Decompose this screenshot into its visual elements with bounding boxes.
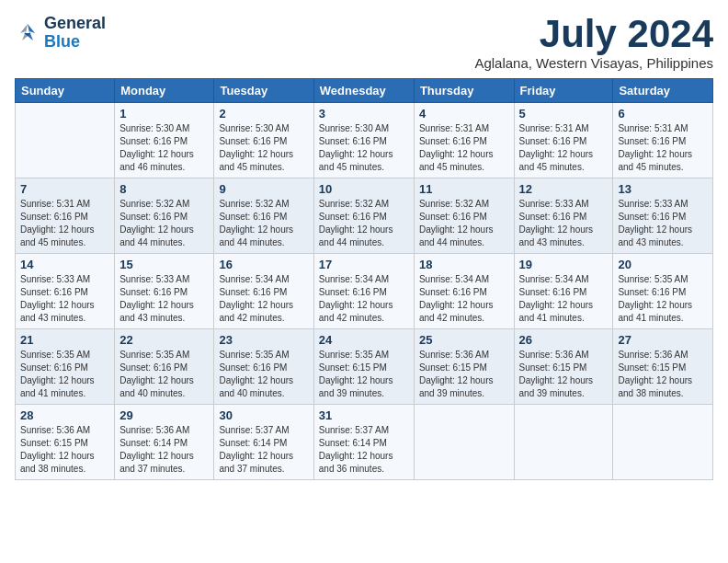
day-info: Sunrise: 5:35 AM Sunset: 6:16 PM Dayligh…: [219, 349, 308, 400]
day-number: 11: [419, 182, 509, 196]
day-info: Sunrise: 5:31 AM Sunset: 6:16 PM Dayligh…: [20, 198, 109, 249]
calendar-cell: 23Sunrise: 5:35 AM Sunset: 6:16 PM Dayli…: [214, 329, 313, 405]
day-number: 19: [519, 258, 609, 271]
calendar-cell: 9Sunrise: 5:32 AM Sunset: 6:16 PM Daylig…: [214, 178, 313, 254]
calendar-cell: 15Sunrise: 5:33 AM Sunset: 6:16 PM Dayli…: [115, 254, 214, 329]
calendar-cell: 2Sunrise: 5:30 AM Sunset: 6:16 PM Daylig…: [214, 103, 313, 178]
day-number: 12: [519, 182, 609, 196]
day-info: Sunrise: 5:37 AM Sunset: 6:14 PM Dayligh…: [319, 424, 409, 476]
day-number: 8: [119, 182, 209, 196]
day-info: Sunrise: 5:32 AM Sunset: 6:16 PM Dayligh…: [119, 198, 209, 249]
calendar-cell: 21Sunrise: 5:35 AM Sunset: 6:16 PM Dayli…: [16, 329, 115, 405]
day-number: 16: [219, 258, 308, 271]
day-number: 3: [319, 107, 409, 121]
calendar-cell: [16, 103, 115, 178]
day-number: 25: [419, 333, 509, 347]
day-number: 23: [219, 333, 308, 347]
day-number: 30: [219, 408, 308, 422]
calendar-week-row: 1Sunrise: 5:30 AM Sunset: 6:16 PM Daylig…: [16, 103, 713, 178]
calendar-cell: 4Sunrise: 5:31 AM Sunset: 6:16 PM Daylig…: [414, 103, 514, 178]
day-number: 29: [119, 408, 209, 422]
calendar-day-header: Tuesday: [214, 79, 313, 103]
calendar-cell: 20Sunrise: 5:35 AM Sunset: 6:16 PM Dayli…: [613, 254, 713, 329]
calendar-cell: 29Sunrise: 5:36 AM Sunset: 6:14 PM Dayli…: [115, 405, 214, 480]
calendar-day-header: Sunday: [16, 79, 115, 103]
calendar-cell: 10Sunrise: 5:32 AM Sunset: 6:16 PM Dayli…: [313, 178, 414, 254]
calendar-cell: 26Sunrise: 5:36 AM Sunset: 6:15 PM Dayli…: [514, 329, 613, 405]
calendar-cell: 24Sunrise: 5:35 AM Sunset: 6:15 PM Dayli…: [313, 329, 414, 405]
calendar-week-row: 14Sunrise: 5:33 AM Sunset: 6:16 PM Dayli…: [16, 254, 713, 329]
day-info: Sunrise: 5:33 AM Sunset: 6:16 PM Dayligh…: [20, 273, 109, 325]
day-number: 26: [519, 333, 609, 347]
day-number: 5: [519, 107, 609, 121]
day-info: Sunrise: 5:31 AM Sunset: 6:16 PM Dayligh…: [419, 122, 509, 174]
day-info: Sunrise: 5:34 AM Sunset: 6:16 PM Dayligh…: [219, 273, 308, 325]
day-number: 15: [119, 258, 209, 271]
calendar-cell: [613, 405, 713, 480]
calendar-cell: 22Sunrise: 5:35 AM Sunset: 6:16 PM Dayli…: [115, 329, 214, 405]
day-info: Sunrise: 5:33 AM Sunset: 6:16 PM Dayligh…: [119, 273, 209, 325]
calendar-cell: 8Sunrise: 5:32 AM Sunset: 6:16 PM Daylig…: [115, 178, 214, 254]
calendar-cell: 14Sunrise: 5:33 AM Sunset: 6:16 PM Dayli…: [16, 254, 115, 329]
day-number: 22: [119, 333, 209, 347]
day-number: 6: [618, 107, 708, 121]
page-header: General Blue July 2024 Aglalana, Western…: [15, 15, 713, 71]
calendar-cell: 6Sunrise: 5:31 AM Sunset: 6:16 PM Daylig…: [613, 103, 713, 178]
day-number: 20: [618, 258, 708, 271]
day-info: Sunrise: 5:32 AM Sunset: 6:16 PM Dayligh…: [319, 198, 409, 249]
calendar-cell: 17Sunrise: 5:34 AM Sunset: 6:16 PM Dayli…: [313, 254, 414, 329]
day-number: 4: [419, 107, 509, 121]
calendar-day-header: Monday: [115, 79, 214, 103]
day-info: Sunrise: 5:36 AM Sunset: 6:15 PM Dayligh…: [419, 349, 509, 400]
calendar-body: 1Sunrise: 5:30 AM Sunset: 6:16 PM Daylig…: [16, 103, 713, 480]
day-number: 27: [618, 333, 708, 347]
calendar-cell: 31Sunrise: 5:37 AM Sunset: 6:14 PM Dayli…: [313, 405, 414, 480]
calendar-day-header: Thursday: [414, 79, 514, 103]
month-title: July 2024: [474, 15, 713, 53]
day-number: 14: [20, 258, 109, 271]
calendar-week-row: 21Sunrise: 5:35 AM Sunset: 6:16 PM Dayli…: [16, 329, 713, 405]
calendar-cell: 12Sunrise: 5:33 AM Sunset: 6:16 PM Dayli…: [514, 178, 613, 254]
day-info: Sunrise: 5:34 AM Sunset: 6:16 PM Dayligh…: [419, 273, 509, 325]
day-info: Sunrise: 5:36 AM Sunset: 6:15 PM Dayligh…: [618, 349, 708, 400]
calendar-day-header: Saturday: [613, 79, 713, 103]
calendar-cell: 19Sunrise: 5:34 AM Sunset: 6:16 PM Dayli…: [514, 254, 613, 329]
day-info: Sunrise: 5:32 AM Sunset: 6:16 PM Dayligh…: [219, 198, 308, 249]
calendar-day-header: Wednesday: [313, 79, 414, 103]
day-number: 21: [20, 333, 109, 347]
day-info: Sunrise: 5:32 AM Sunset: 6:16 PM Dayligh…: [419, 198, 509, 249]
day-info: Sunrise: 5:30 AM Sunset: 6:16 PM Dayligh…: [219, 122, 308, 174]
day-info: Sunrise: 5:34 AM Sunset: 6:16 PM Dayligh…: [319, 273, 409, 325]
calendar-day-header: Friday: [514, 79, 613, 103]
calendar-table: SundayMondayTuesdayWednesdayThursdayFrid…: [15, 78, 713, 480]
logo-line1: General: [44, 15, 106, 33]
day-info: Sunrise: 5:34 AM Sunset: 6:16 PM Dayligh…: [519, 273, 609, 325]
calendar-cell: 1Sunrise: 5:30 AM Sunset: 6:16 PM Daylig…: [115, 103, 214, 178]
calendar-cell: 28Sunrise: 5:36 AM Sunset: 6:15 PM Dayli…: [16, 405, 115, 480]
day-info: Sunrise: 5:33 AM Sunset: 6:16 PM Dayligh…: [519, 198, 609, 249]
day-info: Sunrise: 5:35 AM Sunset: 6:16 PM Dayligh…: [20, 349, 109, 400]
day-info: Sunrise: 5:31 AM Sunset: 6:16 PM Dayligh…: [519, 122, 609, 174]
calendar-cell: 11Sunrise: 5:32 AM Sunset: 6:16 PM Dayli…: [414, 178, 514, 254]
title-block: July 2024 Aglalana, Western Visayas, Phi…: [474, 15, 713, 71]
day-number: 9: [219, 182, 308, 196]
calendar-cell: 13Sunrise: 5:33 AM Sunset: 6:16 PM Dayli…: [613, 178, 713, 254]
calendar-cell: 27Sunrise: 5:36 AM Sunset: 6:15 PM Dayli…: [613, 329, 713, 405]
calendar-cell: 7Sunrise: 5:31 AM Sunset: 6:16 PM Daylig…: [16, 178, 115, 254]
logo: General Blue: [15, 15, 106, 52]
day-info: Sunrise: 5:37 AM Sunset: 6:14 PM Dayligh…: [219, 424, 308, 476]
day-info: Sunrise: 5:35 AM Sunset: 6:15 PM Dayligh…: [319, 349, 409, 400]
calendar-cell: 3Sunrise: 5:30 AM Sunset: 6:16 PM Daylig…: [313, 103, 414, 178]
calendar-cell: 5Sunrise: 5:31 AM Sunset: 6:16 PM Daylig…: [514, 103, 613, 178]
calendar-cell: [514, 405, 613, 480]
day-number: 31: [319, 408, 409, 422]
day-number: 28: [20, 408, 109, 422]
day-info: Sunrise: 5:35 AM Sunset: 6:16 PM Dayligh…: [119, 349, 209, 400]
day-info: Sunrise: 5:36 AM Sunset: 6:14 PM Dayligh…: [119, 424, 209, 476]
calendar-cell: 16Sunrise: 5:34 AM Sunset: 6:16 PM Dayli…: [214, 254, 313, 329]
day-number: 13: [618, 182, 708, 196]
day-info: Sunrise: 5:31 AM Sunset: 6:16 PM Dayligh…: [618, 122, 708, 174]
day-info: Sunrise: 5:33 AM Sunset: 6:16 PM Dayligh…: [618, 198, 708, 249]
day-number: 18: [419, 258, 509, 271]
day-number: 2: [219, 107, 308, 121]
